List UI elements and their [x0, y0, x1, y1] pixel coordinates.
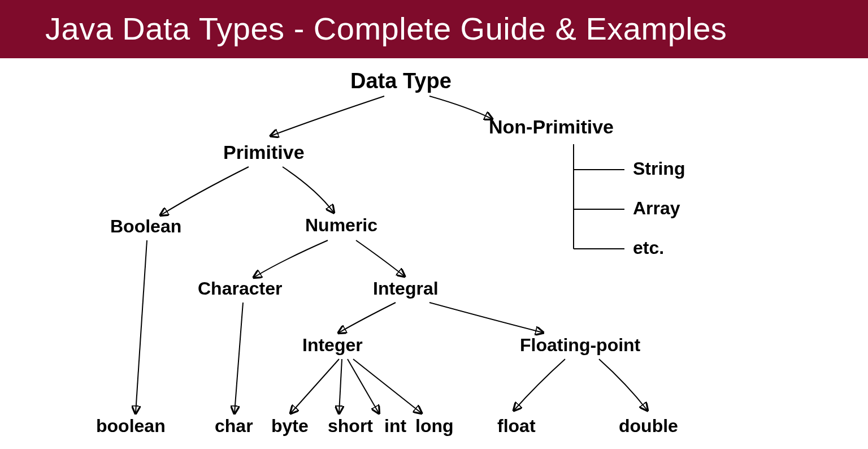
svg-line-2 [291, 359, 339, 413]
svg-line-1 [235, 303, 243, 413]
svg-line-3 [339, 359, 342, 413]
leaf-byte: byte [271, 416, 309, 437]
leaf-int: int [384, 416, 406, 437]
leaf-char: char [215, 416, 253, 437]
svg-line-5 [353, 359, 421, 413]
page-root: Java Data Types - Complete Guide & Examp… [0, 0, 868, 449]
node-primitive: Primitive [223, 141, 305, 163]
np-string: String [633, 158, 685, 179]
svg-line-0 [136, 240, 147, 413]
leaf-double: double [619, 416, 678, 437]
node-floating-branch: Floating-point [520, 335, 640, 356]
node-numeric-branch: Numeric [305, 215, 377, 236]
np-etc: etc. [633, 238, 664, 258]
leaf-float: float [497, 416, 536, 437]
node-integer-branch: Integer [302, 335, 363, 356]
diagram-connectors [0, 62, 868, 449]
node-non-primitive: Non-Primitive [489, 116, 614, 138]
leaf-short: short [328, 416, 373, 437]
node-integral-branch: Integral [373, 278, 439, 299]
node-boolean-branch: Boolean [110, 216, 181, 237]
leaf-long: long [415, 416, 454, 437]
page-title: Java Data Types - Complete Guide & Examp… [45, 11, 727, 46]
page-title-bar: Java Data Types - Complete Guide & Examp… [0, 0, 868, 58]
leaf-boolean: boolean [96, 416, 166, 437]
node-character-branch: Character [198, 278, 282, 299]
svg-line-4 [348, 359, 379, 413]
np-array: Array [633, 198, 680, 219]
data-type-diagram: Data Type Primitive Non-Primitive Boolea… [0, 62, 868, 449]
node-data-type: Data Type [350, 69, 452, 93]
